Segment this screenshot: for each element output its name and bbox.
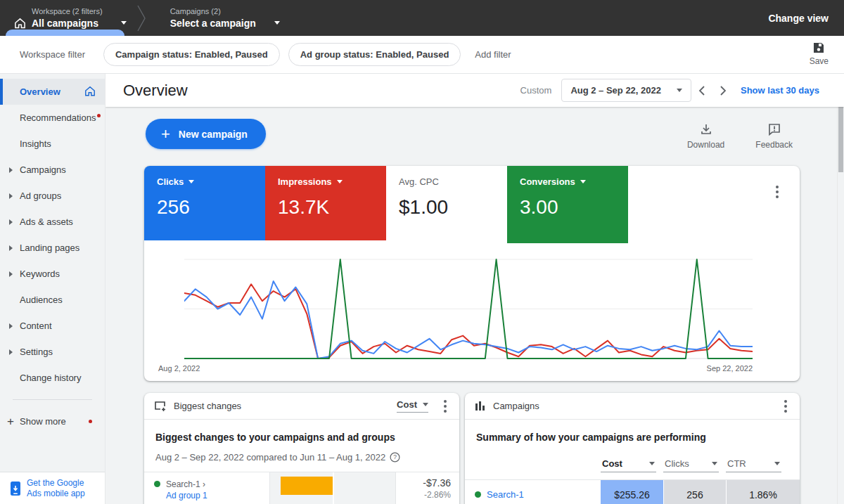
sidebar-item-label: Ad groups: [20, 190, 61, 201]
feedback-icon: [767, 122, 781, 136]
sidebar-item-recommendations[interactable]: Recommendations: [0, 105, 105, 131]
expand-arrow-icon: [9, 323, 13, 329]
metric-card-conversions[interactable]: Conversions 3.00: [507, 166, 628, 243]
sidebar-item-keywords[interactable]: Keywords: [0, 261, 105, 287]
chevron-down-icon: [188, 180, 194, 183]
campaigns-column-headers: Cost Clicks CTR: [476, 448, 788, 472]
bar-chart-icon: [475, 401, 486, 411]
metric-label: Clicks: [157, 176, 184, 187]
chevron-down-icon: [774, 462, 780, 465]
show-last-30-days-link[interactable]: Show last 30 days: [741, 85, 819, 96]
next-period-button[interactable]: [712, 80, 734, 101]
chevron-down-icon: [274, 21, 280, 25]
sidebar-item-label: Change history: [20, 373, 81, 383]
home-icon: [84, 86, 96, 96]
new-campaign-label: New campaign: [179, 129, 248, 140]
sidebar-item-insights[interactable]: Insights: [0, 131, 105, 157]
biggest-changes-subheading: Aug 2 – Sep 22, 2022 compared to Jun 11 …: [155, 452, 385, 463]
sidebar-item-change-history[interactable]: Change history: [0, 365, 105, 391]
chevron-down-icon: [580, 180, 586, 183]
chevron-down-icon: [712, 462, 717, 465]
metrics-row: Clicks 256 Impressions 13.7K Avg. CPC $1…: [144, 166, 800, 243]
sidebar-item-overview[interactable]: Overview: [0, 79, 105, 105]
biggest-changes-metric-selector[interactable]: Cost: [397, 399, 428, 413]
change-view-button[interactable]: Change view: [768, 0, 829, 36]
show-more-button[interactable]: + Show more: [0, 408, 105, 434]
chevron-down-icon: [337, 180, 343, 183]
metric-card-avg-cpc[interactable]: Avg. CPC $1.00: [386, 166, 507, 240]
date-range-selector[interactable]: Aug 2 – Sep 22, 2022: [561, 79, 691, 102]
sidebar-item-label: Ads & assets: [20, 217, 73, 227]
workspace-selector[interactable]: Workspace (2 filters) All campaigns: [0, 0, 134, 36]
sidebar-item-ad-groups[interactable]: Ad groups: [0, 183, 105, 209]
workspace-label: All campaigns: [32, 18, 103, 29]
save-icon: [812, 41, 825, 54]
campaigns-card: Campaigns Summary of how your campaigns …: [465, 393, 800, 504]
metric-card-impressions[interactable]: Impressions 13.7K: [265, 166, 386, 240]
help-icon[interactable]: ?: [390, 452, 400, 463]
campaigns-card-menu-button[interactable]: [781, 397, 790, 415]
chart-x-end-label: Sep 22, 2022: [707, 364, 753, 373]
metric-label: Impressions: [278, 176, 332, 187]
date-range-type-label: Custom: [520, 85, 552, 96]
campaigns-table-row: Search-1 $255.26 256 1.86%: [465, 479, 800, 504]
sidebar-navigation: Overview Recommendations Insights Campai…: [0, 74, 106, 504]
download-button[interactable]: Download: [687, 122, 724, 150]
campaign-status-filter-pill[interactable]: Campaign status: Enabled, Paused: [103, 43, 280, 66]
new-campaign-button[interactable]: + New campaign: [146, 119, 266, 149]
overview-card: Clicks 256 Impressions 13.7K Avg. CPC $1…: [144, 166, 800, 381]
campaigns-heading: Summary of how your campaigns are perfor…: [476, 432, 788, 443]
sidebar-item-content[interactable]: Content: [0, 313, 105, 339]
metric-card-clicks[interactable]: Clicks 256: [144, 166, 265, 240]
svg-text:?: ?: [393, 453, 397, 460]
previous-period-button[interactable]: [691, 80, 712, 101]
metric-label: Conversions: [520, 176, 575, 187]
cost-cell: $255.26: [601, 480, 663, 504]
column-header-clicks[interactable]: Clicks: [663, 458, 726, 472]
mobile-app-promo-link[interactable]: Get the GoogleAds mobile app: [0, 472, 105, 504]
ad-group-status-filter-pill[interactable]: Ad group status: Enabled, Paused: [288, 43, 461, 66]
sidebar-item-audiences[interactable]: Audiences: [0, 287, 105, 313]
chevron-down-icon: [121, 21, 127, 25]
overview-card-menu-button[interactable]: [773, 183, 781, 201]
ctr-cell: 1.86%: [726, 480, 800, 504]
expand-arrow-icon: [9, 193, 13, 199]
breadcrumb-separator-icon: [136, 0, 146, 36]
campaign-selector[interactable]: Campaigns (2) Select a campaign: [156, 0, 287, 36]
vertical-scrollbar: [837, 74, 844, 504]
campaign-name-link[interactable]: Search-1: [487, 489, 524, 500]
workspace-filter-label: Workspace filter: [20, 49, 85, 60]
status-dot: [154, 481, 160, 487]
change-percent: -2.86%: [396, 490, 451, 500]
metric-value: 256: [157, 196, 265, 219]
sidebar-item-ads-assets[interactable]: Ads & assets: [0, 209, 105, 235]
feedback-button[interactable]: Feedback: [755, 122, 793, 150]
sidebar-item-settings[interactable]: Settings: [0, 339, 105, 365]
sidebar-item-label: Landing pages: [20, 243, 79, 253]
column-header-ctr[interactable]: CTR: [726, 458, 788, 472]
metric-value: $1.00: [399, 196, 507, 219]
page-title: Overview: [123, 82, 188, 100]
top-navigation-bar: Workspace (2 filters) All campaigns Camp…: [0, 0, 844, 36]
sidebar-item-label: Overview: [20, 86, 60, 97]
column-header-cost[interactable]: Cost: [601, 458, 663, 472]
expand-arrow-icon: [9, 167, 13, 173]
sidebar-item-label: Keywords: [20, 269, 60, 279]
row-campaign-link[interactable]: Search-1 ›: [166, 479, 207, 490]
sidebar-item-label: Campaigns: [20, 164, 66, 175]
sidebar-item-label: Content: [20, 321, 52, 331]
add-filter-button[interactable]: Add filter: [475, 49, 511, 60]
change-value: -$7.36: [396, 477, 451, 489]
show-more-label: Show more: [20, 416, 66, 427]
expand-arrow-icon: [9, 219, 13, 225]
campaign-selector-eyebrow: Campaigns (2): [170, 7, 256, 15]
sidebar-item-label: Recommendations: [20, 112, 96, 123]
change-bar: [281, 477, 333, 495]
biggest-changes-menu-button[interactable]: [441, 397, 449, 415]
save-button[interactable]: Save: [810, 41, 829, 66]
row-ad-group-link[interactable]: Ad group 1: [166, 490, 207, 501]
sidebar-item-campaigns[interactable]: Campaigns: [0, 157, 105, 183]
sidebar-item-landing-pages[interactable]: Landing pages: [0, 235, 105, 261]
biggest-changes-card: Biggest changes Cost Biggest changes to …: [144, 393, 459, 504]
page-header: Overview Custom Aug 2 – Sep 22, 2022 Sho…: [106, 74, 844, 107]
